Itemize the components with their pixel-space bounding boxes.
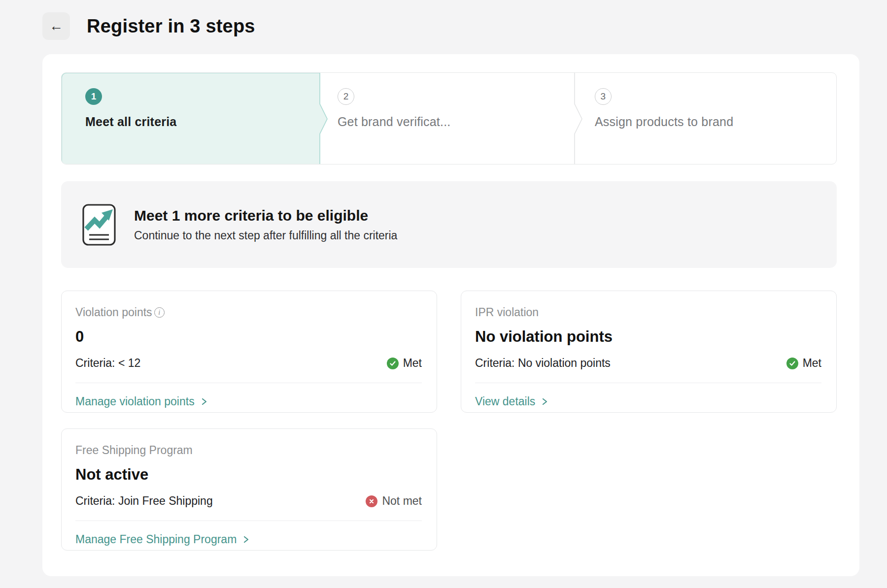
status-text: Met bbox=[403, 357, 422, 370]
criteria-grid: Violation points i 0 Criteria: < 12 Met … bbox=[61, 291, 837, 551]
eligibility-banner: Meet 1 more criteria to be eligible Cont… bbox=[61, 181, 837, 268]
step-1-meet-all-criteria[interactable]: 1 Meet all criteria bbox=[62, 73, 320, 164]
manage-violation-points-link[interactable]: Manage violation points bbox=[75, 395, 208, 408]
chevron-right-icon bbox=[541, 398, 548, 405]
criteria-text: Criteria: Join Free Shipping bbox=[75, 494, 213, 508]
criteria-card-ipr-violation: IPR violation No violation points Criter… bbox=[461, 291, 837, 413]
step-2-number-badge: 2 bbox=[338, 88, 354, 105]
divider bbox=[75, 521, 422, 521]
criteria-row: Criteria: No violation points Met bbox=[475, 357, 821, 370]
banner-title: Meet 1 more criteria to be eligible bbox=[134, 207, 397, 224]
status-badge: Not met bbox=[366, 494, 422, 508]
card-label: Violation points bbox=[75, 306, 152, 319]
back-button[interactable]: ← bbox=[42, 12, 70, 40]
view-details-link[interactable]: View details bbox=[475, 395, 548, 408]
info-icon[interactable]: i bbox=[154, 307, 165, 318]
card-value: 0 bbox=[75, 328, 422, 346]
card-label-row: Free Shipping Program bbox=[75, 444, 422, 457]
step-2-get-brand-verification: 2 Get brand verificat... bbox=[320, 73, 578, 164]
card-label: Free Shipping Program bbox=[75, 444, 193, 457]
back-arrow-icon: ← bbox=[49, 19, 63, 33]
manage-free-shipping-link[interactable]: Manage Free Shipping Program bbox=[75, 533, 250, 546]
card-label-row: Violation points i bbox=[75, 306, 422, 319]
criteria-text: Criteria: < 12 bbox=[75, 357, 140, 370]
status-badge: Met bbox=[387, 357, 422, 370]
page-title: Register in 3 steps bbox=[87, 16, 255, 37]
step-progress-bar: 1 Meet all criteria 2 Get brand verifica… bbox=[61, 72, 837, 164]
step-1-label: Meet all criteria bbox=[85, 115, 320, 129]
criteria-row: Criteria: < 12 Met bbox=[75, 357, 422, 370]
status-text: Met bbox=[803, 357, 821, 370]
trend-report-icon bbox=[82, 203, 116, 246]
page-header: ← Register in 3 steps bbox=[42, 12, 255, 40]
status-text: Not met bbox=[382, 494, 422, 508]
chevron-right-icon bbox=[201, 398, 208, 405]
step-2-label: Get brand verificat... bbox=[338, 115, 578, 129]
banner-text: Meet 1 more criteria to be eligible Cont… bbox=[134, 207, 397, 242]
criteria-row: Criteria: Join Free Shipping Not met bbox=[75, 494, 422, 508]
registration-panel: 1 Meet all criteria 2 Get brand verifica… bbox=[42, 54, 859, 576]
step-3-number-badge: 3 bbox=[595, 88, 612, 105]
status-badge: Met bbox=[786, 357, 821, 370]
divider bbox=[75, 383, 422, 383]
card-label-row: IPR violation bbox=[475, 306, 821, 319]
criteria-card-free-shipping: Free Shipping Program Not active Criteri… bbox=[61, 428, 437, 551]
cross-circle-icon bbox=[366, 495, 377, 507]
step-1-number-badge: 1 bbox=[85, 88, 102, 105]
step-3-assign-products: 3 Assign products to brand bbox=[578, 73, 836, 164]
card-value: No violation points bbox=[475, 328, 821, 346]
chevron-right-icon bbox=[242, 536, 250, 543]
criteria-text: Criteria: No violation points bbox=[475, 357, 611, 370]
criteria-card-violation-points: Violation points i 0 Criteria: < 12 Met … bbox=[61, 291, 437, 413]
banner-subtitle: Continue to the next step after fulfilli… bbox=[134, 229, 397, 242]
check-circle-icon bbox=[786, 358, 798, 369]
check-circle-icon bbox=[387, 358, 399, 369]
card-value: Not active bbox=[75, 466, 422, 484]
step-3-label: Assign products to brand bbox=[595, 115, 836, 129]
card-label: IPR violation bbox=[475, 306, 539, 319]
divider bbox=[475, 383, 821, 383]
